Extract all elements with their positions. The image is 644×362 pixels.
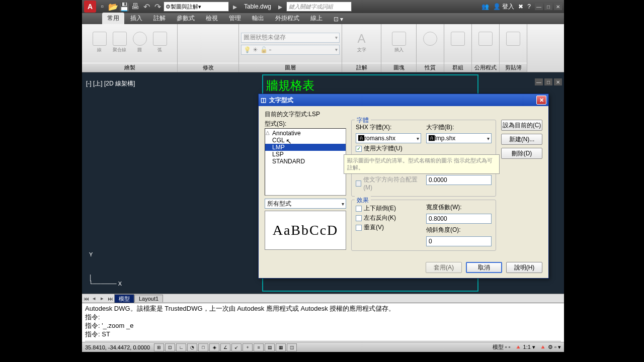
close-button[interactable]: ✕ [554, 3, 562, 10]
tab-addins[interactable]: 外掛程式 [270, 13, 304, 24]
coords-display[interactable]: 35.8410, -34.4472, 0.0000 [85, 344, 150, 350]
exchange-apps-icon[interactable]: ✖ [518, 3, 523, 10]
height-input[interactable]: 0.0000 [426, 175, 492, 185]
tab-online[interactable]: 線上 [305, 13, 328, 24]
minimize-button[interactable]: — [535, 3, 543, 10]
workspace-selector[interactable]: ⚙ 製圖與註解 ▾ [164, 2, 229, 12]
annotation-scale[interactable]: 🔺 1:1 ▾ [515, 344, 535, 350]
dialog-close-button[interactable]: ✕ [536, 96, 546, 105]
toggle-ortho[interactable]: ∟ [176, 343, 186, 351]
child-close[interactable]: ✕ [554, 78, 562, 85]
style-item-lmp[interactable]: LMP [265, 144, 346, 151]
print-icon[interactable]: 🖶 [131, 3, 139, 11]
new-icon[interactable]: ▫ [98, 3, 106, 11]
help-icon[interactable]: ? [527, 3, 531, 10]
layout-next[interactable]: ▸ [98, 295, 106, 303]
toggle-otrack[interactable]: ∠ [220, 343, 230, 351]
maximize-button[interactable]: □ [544, 3, 552, 10]
style-listbox[interactable]: Annotative CGL LMP LSP STANDARD [265, 128, 346, 196]
oblique-input[interactable]: 0 [426, 236, 492, 246]
doc-search-icon[interactable]: ▸ [276, 3, 284, 11]
tool-circle[interactable]: 圓 [131, 32, 149, 56]
tab-output[interactable]: 輸出 [247, 13, 269, 24]
panel-layer-title[interactable]: 圖層 [239, 63, 342, 72]
tab-view[interactable]: 檢視 [201, 13, 223, 24]
toggle-sc[interactable]: ◫ [287, 343, 297, 351]
tool-polyline[interactable]: 聚合線 [111, 32, 129, 56]
use-bigfont-checkbox[interactable]: ✓使用大字體(U) [356, 144, 492, 153]
undo-icon[interactable]: ↶ [142, 3, 150, 11]
layout-first[interactable]: ⏮ [82, 295, 90, 303]
tab-annotate[interactable]: 註解 [148, 13, 171, 24]
login-link[interactable]: 👤 登入 [493, 3, 514, 11]
toggle-osnap[interactable]: □ [198, 343, 208, 351]
tool-utilities[interactable] [476, 32, 495, 56]
layout-tab-model[interactable]: 模型 [114, 294, 134, 303]
layer-state-combo[interactable]: 圖層狀態未儲存 [241, 33, 340, 43]
app-logo[interactable]: A [84, 1, 96, 13]
tab-parametric[interactable]: 參數式 [172, 13, 200, 24]
panel-modify-title[interactable]: 修改 [178, 63, 238, 72]
tool-text[interactable]: A文字 [353, 32, 371, 56]
panel-props-title[interactable]: 性質 [417, 63, 444, 72]
style-item-annotative[interactable]: Annotative [265, 130, 346, 137]
set-current-button[interactable]: 設為目前的(C) [501, 120, 542, 131]
tool-insert-block[interactable]: 插入 [390, 32, 408, 56]
tool-arc[interactable]: 弧 [151, 32, 169, 56]
panel-annot-title[interactable]: 註解 [342, 63, 381, 72]
save-icon[interactable]: 💾 [120, 3, 128, 11]
backwards-checkbox[interactable]: 左右反向(K) [356, 214, 421, 222]
tab-insert[interactable]: 插入 [125, 13, 147, 24]
width-factor-input[interactable]: 0.8000 [426, 214, 492, 224]
toggle-lwt[interactable]: ≡ [254, 343, 264, 351]
toggle-polar[interactable]: ◔ [187, 343, 197, 351]
tool-line[interactable]: 線 [91, 32, 109, 56]
tab-home[interactable]: 常用 [102, 13, 124, 24]
model-space-label[interactable]: 模型 ▫ ▫ [493, 343, 511, 351]
delete-style-button[interactable]: 刪除(D) [501, 148, 542, 159]
layout-tab-layout1[interactable]: Layout1 [134, 295, 163, 302]
dialog-titlebar[interactable]: ◫ 文字型式 ✕ [259, 94, 548, 106]
tool-clipboard[interactable] [504, 32, 522, 56]
panel-group-title[interactable]: 群組 [444, 63, 471, 72]
panel-util-title[interactable]: 公用程式 [472, 63, 499, 72]
tab-manage[interactable]: 管理 [224, 13, 246, 24]
layout-last[interactable]: ⏭ [106, 295, 114, 303]
toggle-qp[interactable]: ▦ [276, 343, 286, 351]
toggle-grid[interactable]: ⊡ [165, 343, 175, 351]
layer-combo[interactable]: 💡 ☀ 🔓 ▫ [241, 45, 340, 55]
cancel-button[interactable]: 取消 [466, 262, 502, 273]
panel-draw-title[interactable]: 繪製 [82, 63, 177, 72]
layout-prev[interactable]: ◂ [90, 295, 98, 303]
search-input[interactable]: 鍵入關鍵字或詞組 [286, 2, 352, 12]
status-extra[interactable]: 🔺 ⚙ ▫ ▾ [539, 344, 561, 350]
open-icon[interactable]: 📂 [109, 3, 117, 11]
style-filter-combo[interactable]: 所有型式 [265, 199, 346, 209]
style-item-cgl[interactable]: CGL [265, 137, 346, 144]
panel-block-title[interactable]: 圖塊 [381, 63, 416, 72]
upside-down-checkbox[interactable]: 上下顛倒(E) [356, 204, 421, 213]
redo-icon[interactable]: ↷ [153, 3, 162, 11]
tool-properties[interactable] [421, 32, 439, 56]
help-button[interactable]: 說明(H) [506, 262, 542, 273]
toggle-dyn[interactable]: + [243, 343, 253, 351]
child-minimize[interactable]: — [535, 78, 543, 85]
exchange-icon[interactable]: 👥 [481, 3, 489, 10]
play-icon[interactable]: ▸ [231, 3, 239, 11]
tab-expand[interactable]: ⊡ ▾ [329, 14, 348, 24]
toggle-ducs[interactable]: ↙ [231, 343, 242, 351]
command-window[interactable]: Autodesk DWG。該檔案是 TrustedDWG，上一次由 Autode… [82, 303, 564, 346]
toggle-snap[interactable]: ⊞ [154, 343, 164, 351]
style-item-lsp[interactable]: LSP [265, 151, 346, 158]
viewport-label[interactable]: [-] [上] [2D 線架構] [86, 79, 135, 88]
toggle-tpy[interactable]: ▤ [265, 343, 275, 351]
bigfont-combo[interactable]: 🅰 lmp.shx [426, 133, 492, 143]
new-style-button[interactable]: 新建(N)... [501, 134, 542, 145]
vertical-checkbox[interactable]: 垂直(V) [356, 223, 421, 232]
toggle-3dosnap[interactable]: ◈ [209, 343, 219, 351]
panel-clip-title[interactable]: 剪貼簿 [500, 63, 527, 72]
child-maximize[interactable]: □ [544, 78, 552, 85]
shx-font-combo[interactable]: 🅰 romans.shx [356, 133, 421, 143]
tool-group[interactable] [449, 32, 467, 56]
style-item-standard[interactable]: STANDARD [265, 158, 346, 165]
